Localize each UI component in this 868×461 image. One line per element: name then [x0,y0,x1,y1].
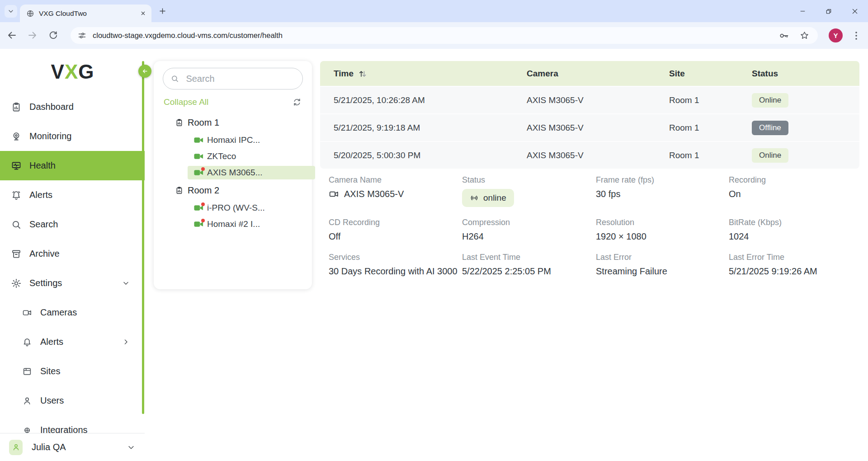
detail-last-error: Last Error Streaming Failure [596,253,729,277]
tree-camera-label: AXIS M3065... [207,168,263,178]
main-content: Collapse All Room 1 Homaxi IPC... [145,49,868,461]
tree-group-label: Room 2 [188,185,219,196]
logo-letter-g: G [78,61,94,83]
sidebar-item-label: Alerts [29,190,52,200]
browser-menu-icon[interactable] [851,30,862,41]
browser-titlebar: VXG CloudTwo [0,0,868,22]
detail-label: Last Error [596,253,729,262]
reload-icon[interactable] [48,30,58,40]
sites-window-icon [22,367,32,376]
status-badge: Online [752,93,788,108]
alert-dot [201,202,205,206]
tree-camera-ipro[interactable]: i-PRO (WV-S... [188,201,315,215]
detail-value: 5/22/2025 2:25:05 PM [462,266,596,277]
sidebar-scrollbar[interactable] [142,61,144,414]
close-icon [851,8,859,15]
column-header-status[interactable]: Status [752,69,859,79]
site-controls-icon[interactable] [77,31,87,40]
chevron-right-icon[interactable] [122,338,130,346]
bookmark-star-icon[interactable] [799,30,810,41]
minimize-button[interactable] [789,0,816,22]
sort-icon[interactable] [358,70,367,78]
restore-button[interactable] [816,0,842,22]
detail-label: Last Event Time [462,253,596,262]
health-events-table: Time Camera Site Status 5/21/2025, 10:26… [320,61,859,169]
tree-camera-homaxi-ipc[interactable]: Homaxi IPC... [188,133,315,147]
tree-group-room1[interactable]: Room 1 [163,114,303,131]
detail-value: online [483,193,506,203]
user-menu[interactable]: Julia QA [0,433,145,461]
sidebar-item-label: Health [29,160,56,171]
sidebar-item-label: Sites [40,366,60,376]
table-row[interactable]: 5/20/2025, 5:00:30 PM AXIS M3065-V Room … [320,141,859,169]
sidebar-item-label: Alerts [40,337,63,347]
plus-icon [158,7,167,15]
new-tab-button[interactable] [158,7,167,15]
sidebar-item-label: Archive [29,249,60,259]
close-window-button[interactable] [842,0,868,22]
sidebar-item-alerts[interactable]: Alerts [0,180,145,210]
site-clipboard-icon [175,186,184,195]
sidebar-item-archive[interactable]: Archive [0,239,145,268]
browser-tab[interactable]: VXG CloudTwo [20,5,151,22]
detail-label: Recording [729,175,868,185]
sidebar-item-cameras[interactable]: Cameras [0,298,145,327]
cell-site: Room 1 [669,123,752,133]
detail-value: 1920 × 1080 [596,231,729,242]
logo-letter-x: X [65,61,78,83]
browser-profile-avatar[interactable]: Y [829,28,843,42]
url-text[interactable]: cloudtwo-stage.vxgdemo.cloud-vms.com/cus… [93,31,769,40]
column-header-site[interactable]: Site [669,69,752,79]
table-row[interactable]: 5/21/2025, 9:19:18 AM AXIS M3065-V Room … [320,113,859,141]
passwords-key-icon[interactable] [778,30,789,41]
cell-camera: AXIS M3065-V [527,95,669,105]
detail-value: 30 Days Recording with AI 3000 [329,266,462,277]
detail-label: Camera Name [329,175,462,185]
sidebar-nav: Dashboard Monitoring Health Alerts [0,92,145,445]
cell-camera: AXIS M3065-V [527,123,669,133]
tree-group-room2[interactable]: Room 2 [163,182,303,198]
camera-icon [194,153,203,160]
tree-camera-label: i-PRO (WV-S... [207,203,265,213]
url-bar[interactable]: cloudtwo-stage.vxgdemo.cloud-vms.com/cus… [71,27,818,44]
forward-icon[interactable] [27,30,38,41]
minimize-icon [799,8,806,14]
chevron-down-icon[interactable] [127,443,135,452]
column-header-camera[interactable]: Camera [527,69,669,79]
sidebar-item-settings[interactable]: Settings [0,268,145,298]
table-row[interactable]: 5/21/2025, 10:26:28 AM AXIS M3065-V Room… [320,86,859,113]
back-icon[interactable] [6,30,17,41]
detail-label: Services [329,253,462,262]
tree-camera-zkteco[interactable]: ZKTeco [188,150,315,163]
sidebar-item-sites[interactable]: Sites [0,357,145,386]
tree-camera-homaxi-2[interactable]: Homaxi #2 I... [188,217,315,231]
sidebar-item-users[interactable]: Users [0,386,145,415]
tree-camera-axis-m3065[interactable]: AXIS M3065... [188,166,315,179]
sidebar-item-alerts-settings[interactable]: Alerts [0,327,145,357]
tab-search-button[interactable] [5,5,17,18]
sidebar-item-search[interactable]: Search [0,210,145,239]
person-icon [22,396,32,406]
chevron-down-icon[interactable] [122,279,130,287]
person-icon [12,443,20,452]
collapse-sidebar-button[interactable] [138,65,151,78]
health-monitor-icon [11,160,22,171]
detail-value: AXIS M3065-V [344,189,404,199]
sidebar-item-dashboard[interactable]: Dashboard [0,92,145,122]
column-header-time[interactable]: Time [334,69,527,79]
detail-services: Services 30 Days Recording with AI 3000 [329,253,462,277]
sidebar-item-monitoring[interactable]: Monitoring [0,122,145,151]
tab-close-icon[interactable] [140,10,146,16]
sidebar-item-label: Users [40,395,64,406]
refresh-icon[interactable] [292,97,302,107]
tree-search-box[interactable] [163,68,303,89]
collapse-all-button[interactable]: Collapse All [164,97,208,107]
tree-search-input[interactable] [185,73,295,85]
sidebar-item-health[interactable]: Health [0,151,145,180]
detail-value: On [729,189,868,199]
detail-last-event-time: Last Event Time 5/22/2025 2:25:05 PM [462,253,596,277]
camera-icon [194,136,203,144]
tree-actions: Collapse All [163,97,303,107]
archive-icon [11,249,22,259]
detail-value: Streaming Failure [596,266,729,277]
